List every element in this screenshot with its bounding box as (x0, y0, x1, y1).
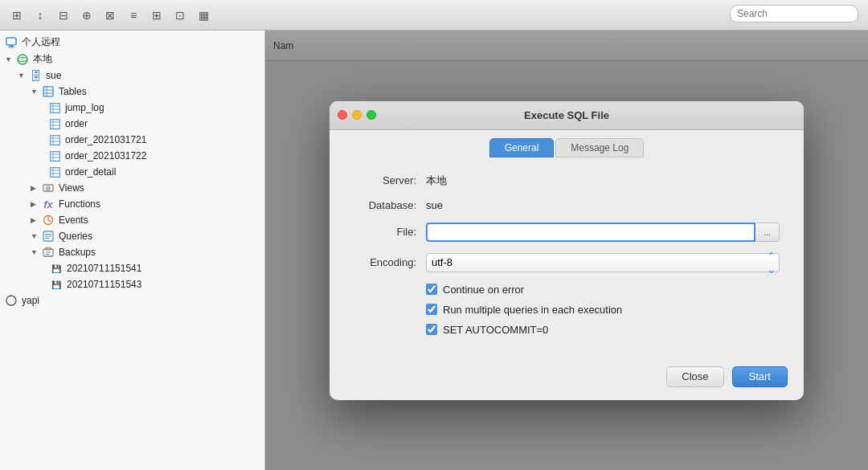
toolbar-btn-9[interactable]: ▦ (193, 5, 214, 26)
events-icon (42, 214, 55, 227)
maximize-window-button[interactable] (366, 110, 376, 120)
sidebar-item-tables[interactable]: Tables (0, 84, 264, 100)
sidebar-item-sue[interactable]: 🗄 sue (0, 67, 264, 84)
yapi-icon (5, 294, 18, 307)
tab-message-log[interactable]: Message Log (555, 138, 644, 157)
svg-point-43 (6, 296, 16, 305)
toolbar-btn-6[interactable]: ≡ (123, 5, 144, 26)
queries-label: Queries (59, 231, 92, 242)
sidebar-item-personal-remote[interactable]: 个人远程 (0, 34, 264, 51)
modal-body: Server: 本地 Database: sue File: ... (330, 157, 804, 357)
sidebar-item-events[interactable]: Events (0, 212, 264, 228)
order-2021031721-icon (48, 133, 61, 146)
modal-overlay: Execute SQL File General Message Log Ser… (265, 31, 868, 470)
toolbar-btn-2[interactable]: ↕ (30, 5, 51, 26)
sidebar-item-queries[interactable]: Queries (0, 228, 264, 244)
queries-chevron (31, 232, 39, 240)
server-label: Server: (354, 174, 426, 186)
toolbar-btn-1[interactable]: ⊞ (6, 5, 27, 26)
views-icon (42, 182, 55, 194)
events-chevron (31, 216, 39, 224)
toolbar-btn-3[interactable]: ⊟ (53, 5, 74, 26)
server-row: Server: 本地 (354, 174, 780, 188)
server-value: 本地 (426, 174, 447, 188)
encoding-select-wrapper: utf-8 utf-16 latin1 ascii gb2312 gbk ⌃⌄ (426, 253, 780, 272)
sue-db-icon: 🗄 (29, 69, 42, 82)
tables-icon (42, 85, 55, 98)
backups-icon (42, 246, 55, 259)
toolbar-btn-4[interactable]: ⊕ (76, 5, 97, 26)
modal-title: Execute SQL File (524, 109, 609, 121)
functions-chevron (31, 200, 39, 208)
yapi-label: yapi (22, 295, 39, 306)
sidebar-item-jump-log[interactable]: jump_log (0, 100, 264, 116)
tables-chevron (31, 88, 39, 96)
backups-chevron (31, 248, 39, 256)
sidebar-item-order-2021031721[interactable]: order_2021031721 (0, 132, 264, 148)
tab-general[interactable]: General (489, 138, 555, 157)
continue-on-error-label: Continue on error (443, 284, 524, 296)
sue-chevron (18, 72, 26, 80)
toolbar-btn-7[interactable]: ⊞ (146, 5, 167, 26)
close-window-button[interactable] (338, 110, 347, 120)
browse-button[interactable]: ... (755, 223, 780, 242)
sidebar: 个人远程 本地 🗄 sue Tables (0, 31, 265, 470)
traffic-lights (338, 110, 376, 120)
views-label: Views (59, 182, 84, 194)
sidebar-item-functions[interactable]: fx Functions (0, 196, 264, 212)
jump-log-icon (48, 101, 61, 114)
tables-label: Tables (59, 86, 87, 97)
file-input[interactable] (426, 223, 755, 242)
main-layout: 个人远程 本地 🗄 sue Tables (0, 31, 868, 470)
search-input[interactable] (730, 5, 858, 22)
sidebar-item-backups[interactable]: Backups (0, 244, 264, 260)
start-button[interactable]: Start (732, 366, 788, 387)
multiple-queries-row: Run multiple queries in each execution (354, 304, 780, 316)
continue-on-error-row: Continue on error (354, 284, 780, 296)
multiple-queries-checkbox[interactable] (426, 304, 437, 315)
database-label: Database: (354, 199, 426, 211)
local-icon (16, 53, 29, 66)
personal-remote-label: 个人远程 (22, 35, 60, 49)
sue-label: sue (46, 70, 61, 81)
continue-on-error-checkbox[interactable] (426, 284, 437, 295)
svg-rect-0 (6, 38, 16, 45)
toolbar-btn-8[interactable]: ⊡ (170, 5, 190, 26)
sidebar-item-yapi[interactable]: yapi (0, 292, 264, 309)
encoding-select[interactable]: utf-8 utf-16 latin1 ascii gb2312 gbk (426, 253, 780, 272)
toolbar-btn-5[interactable]: ⊠ (100, 5, 121, 26)
backup-2-icon: 💾 (50, 278, 63, 291)
personal-remote-icon (5, 36, 18, 49)
execute-sql-modal: Execute SQL File General Message Log Ser… (330, 101, 804, 400)
sidebar-item-views[interactable]: Views (0, 180, 264, 196)
autocommit-checkbox[interactable] (426, 324, 437, 335)
svg-line-34 (48, 220, 51, 222)
svg-rect-9 (50, 103, 59, 112)
order-icon (48, 117, 61, 130)
local-label: 本地 (33, 52, 52, 66)
views-chevron (31, 184, 39, 192)
events-label: Events (59, 215, 88, 226)
autocommit-label: SET AUTOCOMMIT=0 (443, 324, 548, 336)
encoding-row: Encoding: utf-8 utf-16 latin1 ascii gb23… (354, 253, 780, 272)
svg-rect-5 (43, 87, 53, 96)
sidebar-item-order-2021031722[interactable]: order_2021031722 (0, 148, 264, 164)
file-input-wrapper: ... (426, 223, 780, 242)
right-area: Nam Execute SQL File General Message Lo (265, 31, 868, 470)
sidebar-item-order[interactable]: order (0, 116, 264, 132)
functions-label: Functions (59, 198, 100, 210)
file-row: File: ... (354, 223, 780, 242)
svg-rect-1 (10, 45, 13, 47)
local-chevron (5, 55, 13, 63)
multiple-queries-label: Run multiple queries in each execution (443, 304, 622, 316)
file-label: File: (354, 226, 426, 238)
sidebar-item-backup-2[interactable]: 💾 20210711151543 (0, 276, 264, 292)
sidebar-item-order-detail[interactable]: order_detail (0, 164, 264, 180)
toolbar: ⊞ ↕ ⊟ ⊕ ⊠ ≡ ⊞ ⊡ ▦ (0, 0, 868, 31)
minimize-window-button[interactable] (352, 110, 362, 120)
sidebar-item-backup-1[interactable]: 💾 20210711151541 (0, 260, 264, 276)
order-detail-icon (48, 166, 61, 178)
sidebar-item-local[interactable]: 本地 (0, 51, 264, 67)
close-button[interactable]: Close (666, 366, 723, 387)
database-row: Database: sue (354, 199, 780, 211)
